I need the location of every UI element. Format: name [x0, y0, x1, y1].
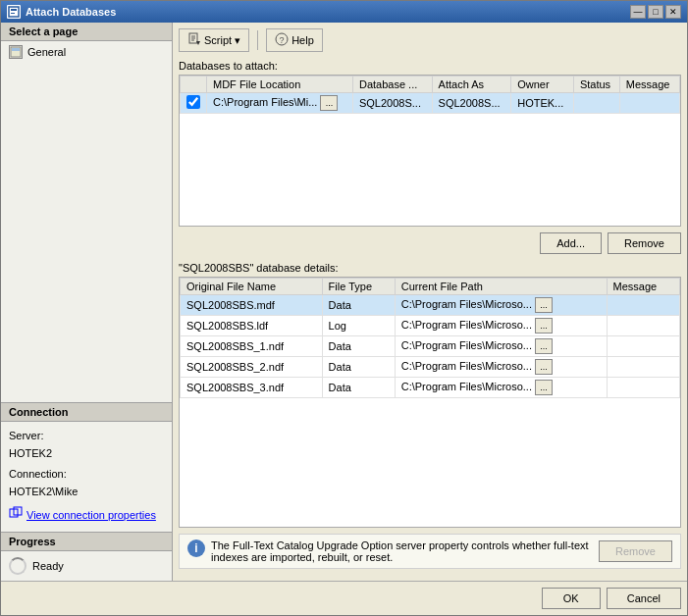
connection-body: Server: HOTEK2 Connection: HOTEK2\Mike V… [1, 422, 172, 532]
window-body: Select a page General Connection Server:… [1, 23, 687, 581]
help-label: Help [291, 34, 314, 46]
title-bar: Attach Databases — □ ✕ [1, 1, 687, 23]
databases-table-row[interactable]: C:\Program Files\Mi... ... SQL2008S... S… [181, 93, 680, 114]
detail-file-path: C:\Program Files\Microso... ... [395, 357, 607, 378]
sidebar-item-general-label: General [27, 46, 66, 58]
bottom-bar: OK Cancel [1, 581, 687, 615]
col-message: Message [619, 77, 679, 93]
detail-file-type: Data [322, 357, 395, 378]
row-check-cell[interactable] [181, 93, 207, 114]
databases-table-container: MDF File Location Database ... Attach As… [179, 75, 681, 227]
maximize-button[interactable]: □ [648, 5, 663, 19]
progress-spinner [9, 557, 26, 575]
browse-detail-button[interactable]: ... [535, 359, 553, 375]
detail-message [607, 336, 679, 357]
server-value: HOTEK2 [9, 445, 164, 463]
detail-message [607, 316, 679, 336]
details-table: Original File Name File Type Current Fil… [180, 278, 680, 398]
col-file-path: Current File Path [395, 279, 607, 295]
row-owner: HOTEK... [511, 93, 574, 114]
toolbar-separator [257, 30, 258, 50]
detail-file-type: Data [322, 336, 395, 357]
details-table-row[interactable]: SQL2008SBS_1.ndf Data C:\Program Files\M… [181, 336, 680, 357]
detail-file-path: C:\Program Files\Microso... ... [395, 316, 607, 336]
svg-rect-2 [11, 13, 15, 14]
help-button[interactable]: ? Help [266, 28, 323, 52]
browse-detail-button[interactable]: ... [535, 380, 553, 395]
details-table-container: Original File Name File Type Current Fil… [179, 277, 681, 528]
detail-file-type: Data [322, 295, 395, 316]
details-table-row[interactable]: SQL2008SBS_3.ndf Data C:\Program Files\M… [181, 378, 680, 398]
script-button[interactable]: Script ▾ [179, 28, 249, 52]
server-label: Server: [9, 428, 164, 445]
detail-message [607, 378, 679, 398]
progress-header: Progress [1, 532, 172, 551]
databases-table-header-row: MDF File Location Database ... Attach As… [181, 77, 680, 93]
connection-section: Connection Server: HOTEK2 Connection: HO… [1, 402, 172, 581]
detail-message [607, 295, 679, 316]
col-attach-as: Attach As [432, 77, 511, 93]
view-properties-link[interactable]: View connection properties [9, 506, 164, 526]
connection-label: Connection: [9, 466, 164, 484]
databases-table: MDF File Location Database ... Attach As… [180, 76, 680, 114]
detail-file-name: SQL2008SBS_1.ndf [181, 336, 323, 357]
detail-file-name: SQL2008SBS_3.ndf [181, 378, 323, 398]
main-window: Attach Databases — □ ✕ Select a page Gen… [0, 0, 688, 616]
link-icon [9, 506, 23, 526]
svg-rect-0 [9, 7, 19, 17]
browse-detail-button[interactable]: ... [535, 318, 553, 334]
detail-file-name: SQL2008SBS.ldf [181, 316, 323, 336]
cancel-button[interactable]: Cancel [607, 588, 681, 609]
col-mdf-location: MDF File Location [207, 77, 353, 93]
row-database: SQL2008S... [352, 93, 432, 114]
detail-message [607, 357, 679, 378]
browse-detail-button[interactable]: ... [535, 297, 553, 313]
close-button[interactable]: ✕ [665, 5, 681, 19]
info-bar: i The Full-Text Catalog Upgrade Option s… [179, 534, 681, 569]
sidebar-item-general[interactable]: General [1, 41, 172, 63]
row-message [619, 93, 679, 114]
details-table-row[interactable]: SQL2008SBS_2.ndf Data C:\Program Files\M… [181, 357, 680, 378]
svg-rect-4 [12, 48, 20, 51]
title-buttons: — □ ✕ [630, 5, 681, 19]
add-button[interactable]: Add... [540, 232, 602, 254]
minimize-button[interactable]: — [630, 5, 646, 19]
browse-mdf-button[interactable]: ... [320, 95, 338, 111]
details-section-label: "SQL2008SBS" database details: [179, 262, 681, 274]
progress-status: Ready [32, 560, 64, 572]
row-checkbox[interactable] [186, 95, 200, 109]
title-bar-left: Attach Databases [7, 5, 116, 19]
col-database: Database ... [352, 77, 432, 93]
help-icon: ? [275, 32, 289, 48]
window-icon [7, 5, 21, 19]
svg-rect-1 [11, 9, 17, 11]
detail-file-name: SQL2008SBS.mdf [181, 295, 323, 316]
detail-file-path: C:\Program Files\Microso... ... [395, 336, 607, 357]
browse-detail-button[interactable]: ... [535, 338, 553, 354]
view-properties-text: View connection properties [26, 507, 156, 525]
col-detail-message: Message [607, 279, 679, 295]
col-owner: Owner [511, 77, 574, 93]
details-table-row[interactable]: SQL2008SBS.ldf Log C:\Program Files\Micr… [181, 316, 680, 336]
databases-btn-row: Add... Remove [179, 232, 681, 254]
col-file-name: Original File Name [181, 279, 323, 295]
detail-file-type: Log [322, 316, 395, 336]
info-icon: i [187, 539, 205, 557]
col-check [181, 77, 207, 93]
detail-file-name: SQL2008SBS_2.ndf [181, 357, 323, 378]
ok-button[interactable]: OK [542, 588, 601, 609]
databases-section-label: Databases to attach: [179, 60, 681, 72]
col-status: Status [573, 77, 619, 93]
script-icon [187, 32, 201, 48]
details-table-row[interactable]: SQL2008SBS.mdf Data C:\Program Files\Mic… [181, 295, 680, 316]
details-table-header-row: Original File Name File Type Current Fil… [181, 279, 680, 295]
row-mdf-location: C:\Program Files\Mi... ... [207, 93, 353, 114]
main-content: Script ▾ ? Help Databases to attach: [173, 23, 687, 581]
connection-header: Connection [1, 402, 172, 422]
window-title: Attach Databases [26, 6, 116, 18]
sidebar: Select a page General Connection Server:… [1, 23, 173, 581]
select-page-header: Select a page [1, 23, 172, 41]
script-label: Script [204, 34, 232, 46]
remove-button[interactable]: Remove [608, 232, 681, 254]
script-dropdown-icon: ▾ [235, 34, 240, 47]
